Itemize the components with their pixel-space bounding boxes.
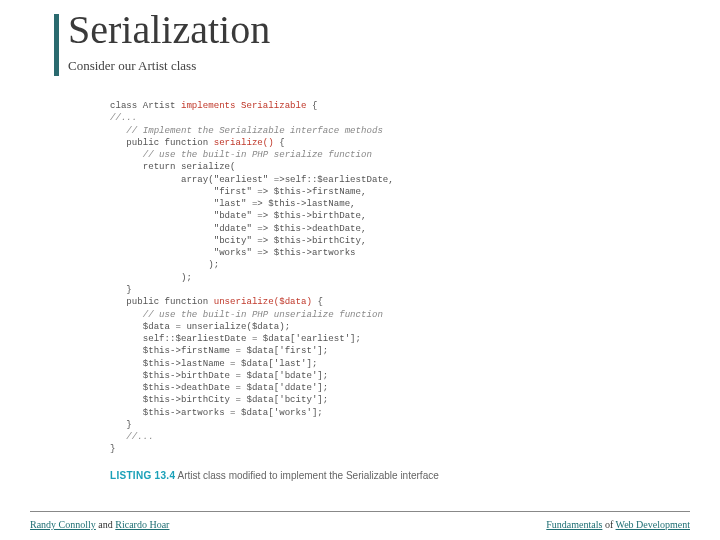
code-line: $this->lastName = $data['last'];	[110, 358, 317, 369]
listing-number: LISTING 13.4	[110, 470, 175, 481]
code-line: );	[110, 259, 219, 270]
code-line: public function serialize() {	[110, 137, 285, 148]
slide-subtitle: Consider our Artist class	[68, 58, 196, 74]
listing-caption: LISTING 13.4 Artist class modified to im…	[110, 470, 439, 481]
code-line: $this->artworks = $data['works'];	[110, 407, 323, 418]
code-line: self::$earliestDate = $data['earliest'];	[110, 333, 361, 344]
code-line: "ddate" => $this->deathDate,	[110, 223, 367, 234]
code-line: array("earliest" =>self::$earliestDate,	[110, 174, 394, 185]
footer-divider	[30, 511, 690, 512]
code-line: $this->birthCity = $data['bcity'];	[110, 394, 328, 405]
code-comment: // use the built-in PHP serialize functi…	[110, 149, 372, 160]
code-comment: // use the built-in PHP unserialize func…	[110, 309, 383, 320]
code-line: "first" => $this->firstName,	[110, 186, 367, 197]
code-line: "bdate" => $this->birthDate,	[110, 210, 367, 221]
code-comment: // Implement the Serializable interface …	[110, 125, 383, 136]
code-line: $data = unserialize($data);	[110, 321, 290, 332]
code-comment: //...	[110, 431, 154, 442]
code-line: }	[110, 284, 132, 295]
footer-text: and	[96, 519, 115, 530]
title-accent-bar	[54, 14, 59, 76]
code-line: "bcity" => $this->birthCity,	[110, 235, 367, 246]
code-line: }	[110, 443, 115, 454]
code-line: public function unserialize($data) {	[110, 296, 323, 307]
author-link: Randy Connolly	[30, 519, 96, 530]
code-line: }	[110, 419, 132, 430]
footer-authors: Randy Connolly and Ricardo Hoar	[30, 519, 169, 530]
code-line: return serialize(	[110, 161, 236, 172]
listing-text: Artist class modified to implement the S…	[178, 470, 439, 481]
footer-text: of	[602, 519, 615, 530]
code-line: "works" => $this->artworks	[110, 247, 356, 258]
code-line: $this->deathDate = $data['ddate'];	[110, 382, 328, 393]
slide: Serialization Consider our Artist class …	[0, 0, 720, 540]
code-line: $this->firstName = $data['first'];	[110, 345, 328, 356]
footer-text: Web Development	[616, 519, 690, 530]
code-line: class Artist implements Serializable {	[110, 100, 317, 111]
code-comment: //...	[110, 112, 137, 123]
footer-text: Fundamentals	[546, 519, 602, 530]
code-line: );	[110, 272, 192, 283]
footer-book-title: Fundamentals of Web Development	[546, 519, 690, 530]
code-listing: class Artist implements Serializable { /…	[110, 100, 610, 456]
slide-title: Serialization	[68, 6, 270, 53]
code-line: $this->birthDate = $data['bdate'];	[110, 370, 328, 381]
code-line: "last" => $this->lastName,	[110, 198, 356, 209]
author-link: Ricardo Hoar	[115, 519, 169, 530]
